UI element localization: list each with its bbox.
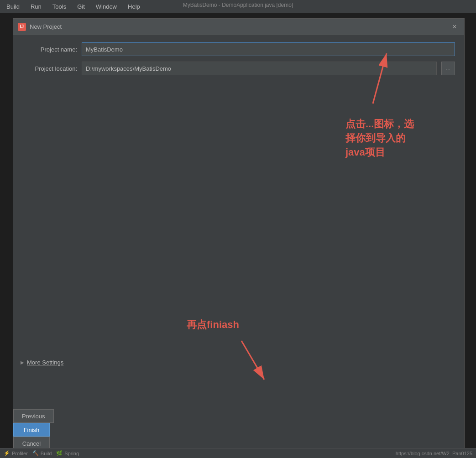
finish-button[interactable]: Finish [13, 423, 50, 437]
status-url: https://blog.csdn.net/W2_Pan0125 [396, 451, 472, 456]
spring-label: Spring [64, 451, 79, 456]
dialog-title-content: IJ New Project [18, 23, 62, 31]
svg-line-3 [241, 341, 264, 380]
project-name-label: Project name: [22, 46, 77, 53]
ide-title: MyBatisDemo - DemoApplication.java [demo… [183, 2, 293, 8]
menu-bar: Build Run Tools Git Window Help MyBatisD… [0, 0, 476, 13]
dialog-overlay: IJ New Project × Project name: Project l… [0, 13, 476, 458]
menu-item-window[interactable]: Window [93, 2, 120, 11]
svg-line-1 [373, 53, 387, 104]
expand-icon: ▶ [21, 360, 24, 365]
bottom-arrow-icon [232, 336, 292, 386]
profiler-icon: ⚡ [4, 450, 10, 456]
close-button[interactable]: × [450, 22, 460, 32]
spring-icon: 🌿 [56, 450, 63, 456]
dialog-title-bar: IJ New Project × [13, 19, 464, 35]
menu-item-tools[interactable]: Tools [50, 2, 69, 11]
dialog-title-text: New Project [30, 23, 62, 30]
project-location-label: Project location: [22, 65, 77, 72]
status-profiler[interactable]: ⚡ Profiler [4, 450, 28, 456]
menu-item-build[interactable]: Build [4, 2, 22, 11]
previous-button[interactable]: Previous [13, 409, 54, 423]
browse-button[interactable]: ... [441, 62, 455, 75]
more-settings-label: More Settings [27, 359, 63, 366]
build-label: Build [41, 451, 52, 456]
menu-item-help[interactable]: Help [125, 2, 143, 11]
menu-item-run[interactable]: Run [28, 2, 44, 11]
profiler-label: Profiler [12, 451, 28, 456]
project-name-input[interactable] [82, 42, 455, 56]
new-project-dialog: IJ New Project × Project name: Project l… [13, 18, 465, 458]
bottom-annotation-text: 再点finiash [187, 318, 239, 332]
dialog-icon: IJ [18, 23, 26, 31]
more-settings[interactable]: ▶ More Settings [21, 359, 63, 366]
build-icon: 🔨 [32, 450, 39, 456]
top-arrow-icon [341, 44, 396, 108]
dialog-body: Project name: Project location: ... [13, 35, 464, 409]
top-annotation-text: 点击...图标，选 择你到导入的 java项目 [345, 117, 446, 159]
status-build[interactable]: 🔨 Build [32, 450, 52, 456]
menu-item-git[interactable]: Git [74, 2, 88, 11]
status-spring[interactable]: 🌿 Spring [56, 450, 79, 456]
status-bar: ⚡ Profiler 🔨 Build 🌿 Spring https://blog… [0, 448, 476, 458]
bottom-annotation: 再点finiash [187, 318, 239, 332]
